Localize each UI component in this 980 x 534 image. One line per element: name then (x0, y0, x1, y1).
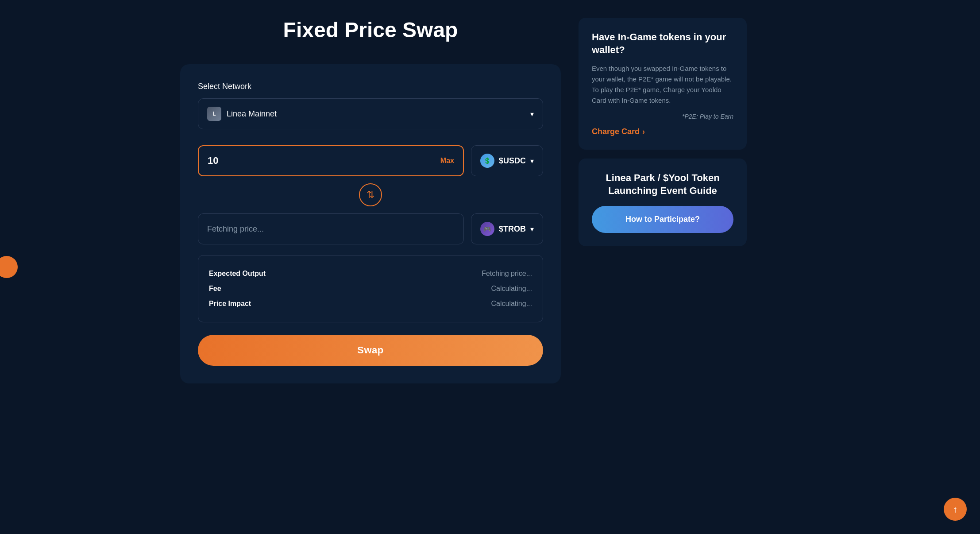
network-label: Select Network (198, 82, 543, 91)
from-token-row: 10 Max 💲 $USDC ▾ (198, 145, 543, 176)
summary-box: Expected Output Fetching price... Fee Ca… (198, 255, 543, 322)
price-impact-row: Price Impact Calculating... (209, 296, 532, 311)
charge-card-note: *P2E: Play to Earn (592, 113, 733, 120)
amount-input-container[interactable]: 10 Max (198, 145, 464, 176)
fee-value: Calculating... (491, 285, 532, 293)
swap-button[interactable]: Swap (198, 335, 543, 366)
trob-icon: 🎮 (480, 222, 494, 236)
expected-output-label: Expected Output (209, 270, 266, 278)
swap-direction-button[interactable]: ⇅ (359, 183, 382, 206)
network-icon: L (207, 107, 221, 121)
arrow-up-icon: ↑ (953, 504, 957, 515)
chevron-down-icon: ▾ (530, 110, 534, 118)
charge-card-title: Have In-Game tokens in your wallet? (592, 31, 733, 56)
network-name: Linea Mainnet (227, 109, 277, 119)
orange-circle-decoration (0, 256, 18, 278)
max-button[interactable]: Max (440, 157, 454, 165)
scroll-to-top-button[interactable]: ↑ (944, 498, 967, 521)
to-token-name: $TROB (499, 224, 526, 234)
swap-card: Select Network L Linea Mainnet ▾ 10 Max … (180, 64, 561, 383)
from-token-select[interactable]: 💲 $USDC ▾ (471, 145, 543, 176)
linea-park-title: Linea Park / $Yool Token Launching Event… (592, 172, 733, 197)
charge-card-info-card: Have In-Game tokens in your wallet? Even… (579, 18, 747, 150)
main-swap-area: Fixed Price Swap Select Network L Linea … (180, 18, 561, 383)
price-impact-label: Price Impact (209, 300, 251, 308)
expected-output-row: Expected Output Fetching price... (209, 266, 532, 281)
from-token-chevron-icon: ▾ (530, 157, 534, 165)
price-impact-value: Calculating... (491, 300, 532, 308)
network-selector-left: L Linea Mainnet (207, 107, 277, 121)
network-selector[interactable]: L Linea Mainnet ▾ (198, 98, 543, 129)
fetching-price-text: Fetching price... (207, 224, 264, 234)
to-token-select[interactable]: 🎮 $TROB ▾ (471, 213, 543, 244)
to-token-chevron-icon: ▾ (530, 225, 534, 233)
to-token-row: Fetching price... 🎮 $TROB ▾ (198, 213, 543, 244)
amount-value: 10 (208, 155, 218, 166)
page-title: Fixed Price Swap (180, 18, 561, 42)
swap-arrows-icon: ⇅ (367, 189, 374, 201)
fee-label: Fee (209, 285, 221, 293)
from-token-name: $USDC (499, 156, 526, 166)
usdc-icon: 💲 (480, 154, 494, 168)
charge-card-label: Charge Card (592, 127, 640, 136)
charge-card-arrow-icon: › (642, 127, 645, 136)
linea-park-info-card: Linea Park / $Yool Token Launching Event… (579, 159, 747, 246)
output-input-container: Fetching price... (198, 213, 464, 244)
fee-row: Fee Calculating... (209, 281, 532, 296)
charge-card-link[interactable]: Charge Card › (592, 127, 733, 136)
participate-button[interactable]: How to Participate? (592, 206, 733, 233)
sidebar: Have In-Game tokens in your wallet? Even… (579, 18, 747, 246)
charge-card-body: Even though you swapped In-Game tokens t… (592, 63, 733, 106)
expected-output-value: Fetching price... (482, 270, 532, 278)
swap-direction-container: ⇅ (198, 183, 543, 206)
